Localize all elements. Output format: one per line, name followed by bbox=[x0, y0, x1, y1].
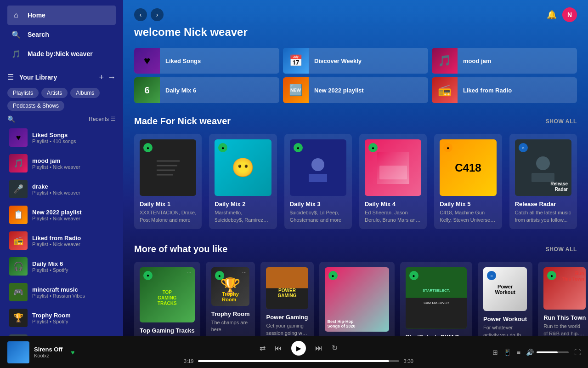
power-workout-thumb: ○ PowerWorkout bbox=[483, 267, 527, 311]
more-show-all[interactable]: Show all bbox=[546, 246, 577, 253]
library-actions: + → bbox=[99, 73, 116, 81]
library-item-new2022[interactable]: 📋 New 2022 playlist Playlist • Nick weav… bbox=[2, 202, 121, 228]
svg-rect-7 bbox=[309, 174, 327, 182]
volume-icon-button[interactable]: 🔊 bbox=[526, 349, 534, 356]
player-text: Sirens Off Koolxz bbox=[34, 346, 62, 358]
sidebar-nav: ⌂ Home 🔍 Search 🎵 Made by:Nick weaver bbox=[0, 0, 123, 69]
release-radar-badge: ○ bbox=[519, 143, 528, 152]
card-daily-mix-4[interactable]: ● Daily Mix 4 Ed Sheeran, Jason Derulo, … bbox=[359, 134, 427, 229]
add-library-button[interactable]: + bbox=[99, 73, 104, 81]
card-run-this-town[interactable]: ● RunThis Town Run This Town Run to the … bbox=[538, 262, 588, 336]
welcome-title: welcome Nick weaver bbox=[134, 26, 577, 39]
player-bar: Sirens Off Koolxz ♥ ⇄ ⏮ ▶ ⏭ ↻ 3:19 3:30 … bbox=[0, 336, 588, 368]
minecraft-thumb: 🎮 bbox=[9, 283, 28, 301]
card-daily-mix-5[interactable]: ● C418 Daily Mix 5 C418, Machine Gun Kel… bbox=[434, 134, 502, 229]
player-time-total: 3:30 bbox=[404, 358, 413, 364]
shuffle-button[interactable]: ⇄ bbox=[260, 344, 266, 352]
expand-library-button[interactable]: → bbox=[107, 73, 116, 81]
card-daily-mix-3[interactable]: ● Daily Mix 3 $uicideboy$, Lil Peep, Gho… bbox=[284, 134, 352, 229]
player-heart-icon[interactable]: ♥ bbox=[71, 349, 74, 356]
quick-link-mood-thumb: 🎵 bbox=[432, 48, 458, 74]
card-best-hiphop[interactable]: ● Best Hip-HopSongs of 2020 Best Hip-Hop… bbox=[319, 262, 395, 336]
release-radar-thumb: ○ ReleaseRadar bbox=[515, 139, 571, 196]
svg-rect-0 bbox=[152, 152, 184, 184]
liked-radio-thumb: 📻 bbox=[9, 231, 28, 250]
card-trophy-room[interactable]: ● ⋯ 🏆 TrophyRoom Trophy Room The champs … bbox=[206, 262, 255, 336]
progress-track[interactable] bbox=[198, 360, 399, 362]
sidebar-home-label: Home bbox=[28, 12, 45, 19]
card-release-radar[interactable]: ○ ReleaseRadar Release Radar Catch all t… bbox=[509, 134, 577, 229]
drake-info: drake Playlist • Nick weaver bbox=[32, 183, 114, 196]
card-daily-mix-1[interactable]: ● Daily Mix 1 XXXTENTACION, Drake, Post … bbox=[134, 134, 202, 229]
filter-playlists[interactable]: Playlists bbox=[7, 88, 39, 98]
power-gaming-thumb: ● POWERGAMING bbox=[266, 267, 308, 309]
next-button[interactable]: ⏭ bbox=[315, 344, 322, 352]
mood-jam-info: mood jam Playlist • Nick weaver bbox=[32, 157, 114, 170]
quick-link-liked-radio[interactable]: 📻 Liked from Radio bbox=[432, 77, 577, 103]
volume-track[interactable] bbox=[537, 351, 569, 353]
player-buttons: ⇄ ⏮ ▶ ⏭ ↻ bbox=[260, 341, 338, 356]
svg-point-11 bbox=[536, 156, 550, 170]
sidebar-item-search[interactable]: 🔍 Search bbox=[7, 25, 116, 44]
sidebar-item-made-by[interactable]: 🎵 Made by:Nick weaver bbox=[7, 44, 116, 63]
library-item-daily-mix-6[interactable]: 🎧 Daily Mix 6 Playlist • Spotify bbox=[2, 253, 121, 279]
made-for-title: Made For Nick weaver bbox=[134, 116, 231, 126]
quick-link-liked-songs[interactable]: ♥ Liked Songs bbox=[134, 48, 279, 74]
play-pause-button[interactable]: ▶ bbox=[291, 341, 306, 356]
trophy-room-info: Trophy Room Playlist • Spotify bbox=[32, 312, 114, 324]
player-artist: Koolxz bbox=[34, 353, 62, 358]
quick-link-new2022[interactable]: 🆕 New 2022 playlist bbox=[283, 77, 428, 103]
card-startselect[interactable]: ● STARTSELECT:CXM TAKEOVER StartSelect: … bbox=[400, 262, 472, 336]
svg-point-6 bbox=[311, 158, 324, 171]
made-for-show-all[interactable]: Show all bbox=[546, 118, 577, 125]
card-top-gaming[interactable]: ● ⋯ TOPGAMINGTRACKS Top Gaming Tracks Pr… bbox=[134, 262, 200, 336]
filter-pills: Playlists Artists Albums Podcasts & Show… bbox=[0, 85, 123, 114]
filter-artists[interactable]: Artists bbox=[41, 88, 68, 98]
nav-forward-button[interactable]: › bbox=[151, 8, 164, 21]
library-recents-label: Recents ☰ bbox=[89, 116, 116, 122]
library-item-mood-jam[interactable]: 🎵 mood jam Playlist • Nick weaver bbox=[2, 150, 121, 176]
avatar[interactable]: N bbox=[562, 7, 577, 22]
startselect-badge: ● bbox=[409, 271, 418, 280]
quick-link-new2022-thumb: 🆕 bbox=[283, 77, 309, 103]
library-item-liked-songs[interactable]: ♥ Liked Songs Playlist • 410 songs bbox=[2, 125, 121, 150]
daily-mix-3-thumb: ● bbox=[290, 139, 346, 196]
sidebar-item-home[interactable]: ⌂ Home bbox=[7, 6, 116, 25]
filter-podcasts[interactable]: Podcasts & Shows bbox=[7, 101, 64, 111]
more-title: More of what you like bbox=[134, 244, 227, 254]
library-item-liked-radio[interactable]: 📻 Liked from Radio Playlist • Nick weave… bbox=[2, 228, 121, 253]
devices-button[interactable]: 📱 bbox=[503, 349, 511, 356]
nav-back-button[interactable]: ‹ bbox=[134, 8, 147, 21]
hiphop-badge: ● bbox=[328, 271, 338, 280]
main-body: welcome Nick weaver ♥ Liked Songs 📅 Disc… bbox=[123, 26, 588, 336]
fullscreen-button[interactable]: ⛶ bbox=[574, 349, 581, 356]
daily-mix-4-badge: ● bbox=[368, 143, 378, 152]
tgt-badge: ● bbox=[143, 271, 153, 280]
library-item-joesiv[interactable]: 🎵 Joesiv mix Playlist • Nick weaver bbox=[2, 331, 121, 336]
daily-mix-6-thumb: 🎧 bbox=[9, 257, 28, 276]
quick-link-discover-weekly[interactable]: 📅 Discover Weekly bbox=[283, 48, 428, 74]
run-town-badge: ● bbox=[547, 271, 556, 280]
card-power-gaming[interactable]: ● POWERGAMING Power Gaming Get your gami… bbox=[260, 262, 313, 336]
library-header: ☰ Your Library + → bbox=[0, 69, 123, 85]
workout-badge: ○ bbox=[487, 271, 496, 280]
filter-albums[interactable]: Albums bbox=[70, 88, 100, 98]
quick-link-daily-mix-6[interactable]: 6 Daily Mix 6 bbox=[134, 77, 279, 103]
repeat-button[interactable]: ↻ bbox=[332, 344, 338, 352]
volume-fill bbox=[537, 351, 558, 353]
lyrics-button[interactable]: ≡ bbox=[517, 349, 520, 356]
library-item-minecraft[interactable]: 🎮 minecraft music Playlist • Russian Vib… bbox=[2, 279, 121, 305]
drake-thumb: 🎤 bbox=[9, 180, 28, 198]
card-power-workout[interactable]: ○ PowerWorkout Power Workout For whateve… bbox=[478, 262, 532, 336]
notification-bell-icon[interactable]: 🔔 bbox=[547, 10, 557, 20]
header-right: 🔔 N bbox=[547, 7, 577, 22]
queue-button[interactable]: ⊞ bbox=[492, 349, 498, 356]
library-item-trophy-room[interactable]: 🏆 Trophy Room Playlist • Spotify bbox=[2, 305, 121, 331]
quick-link-mood-jam[interactable]: 🎵 mood jam bbox=[432, 48, 577, 74]
volume-container: 🔊 bbox=[526, 349, 569, 356]
card-daily-mix-2[interactable]: ● 😶 Daily Mix 2 Marshmello, $uicideboy$,… bbox=[209, 134, 277, 229]
hiphop-thumb: ● Best Hip-HopSongs of 2020 bbox=[325, 267, 389, 332]
nav-arrows: ‹ › bbox=[134, 8, 164, 21]
library-item-drake[interactable]: 🎤 drake Playlist • Nick weaver bbox=[2, 176, 121, 202]
prev-button[interactable]: ⏮ bbox=[275, 344, 282, 352]
